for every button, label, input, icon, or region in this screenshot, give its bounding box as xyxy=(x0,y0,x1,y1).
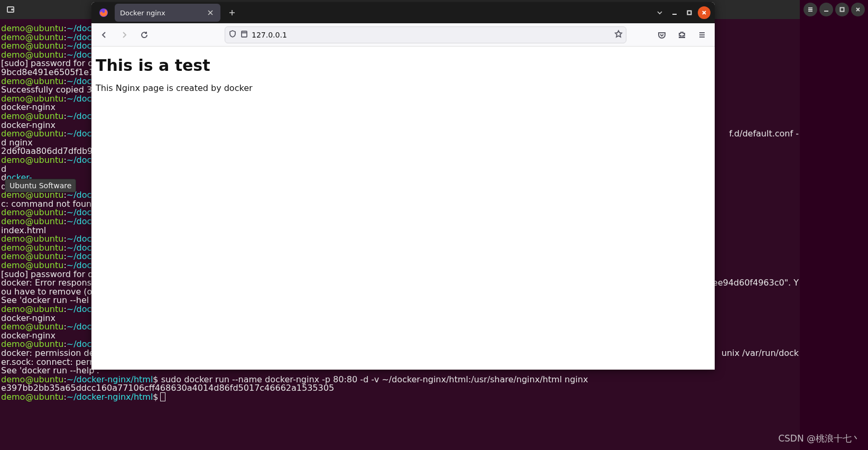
firefox-titlebar: Docker nginx xyxy=(91,2,715,23)
page-text: This Nginx page is created by docker xyxy=(96,83,710,93)
back-button[interactable] xyxy=(96,26,113,43)
firefox-window: Docker nginx 127.0.0.1 xyxy=(91,2,715,370)
tab-title: Docker nginx xyxy=(120,9,165,17)
tab-close-icon[interactable] xyxy=(206,8,215,17)
site-info-icon[interactable] xyxy=(240,30,248,40)
svg-rect-22 xyxy=(841,8,844,12)
watermark: CSDN @桃浪十七丶 xyxy=(778,433,861,445)
svg-rect-12 xyxy=(242,31,247,37)
outer-maximize-button[interactable] xyxy=(835,3,849,16)
firefox-logo-icon xyxy=(96,7,112,18)
extensions-icon[interactable] xyxy=(673,26,690,43)
shield-icon[interactable] xyxy=(228,30,237,40)
tab-list-button[interactable] xyxy=(651,4,668,21)
svg-rect-9 xyxy=(688,11,691,15)
close-button[interactable] xyxy=(698,6,710,19)
outer-menu-icon[interactable] xyxy=(804,3,817,16)
pocket-icon[interactable] xyxy=(653,26,670,43)
new-tab-button[interactable] xyxy=(224,4,241,21)
page-heading: This is a test xyxy=(96,56,710,75)
firefox-toolbar: 127.0.0.1 xyxy=(91,23,715,47)
new-terminal-tab-icon[interactable] xyxy=(3,3,18,16)
url-bar[interactable]: 127.0.0.1 xyxy=(225,26,626,43)
forward-button[interactable] xyxy=(116,26,133,43)
reload-button[interactable] xyxy=(136,26,153,43)
outer-close-button[interactable] xyxy=(851,3,865,16)
url-text: 127.0.0.1 xyxy=(252,31,611,39)
page-content: This is a test This Nginx page is create… xyxy=(91,47,715,98)
firefox-window-controls xyxy=(668,6,715,19)
minimize-button[interactable] xyxy=(668,6,681,19)
browser-tab[interactable]: Docker nginx xyxy=(115,4,220,22)
tooltip-ubuntu-software: Ubuntu Software xyxy=(5,179,76,192)
outer-minimize-button[interactable] xyxy=(819,3,833,16)
outer-window-controls xyxy=(804,1,865,18)
bookmark-star-icon[interactable] xyxy=(614,30,623,40)
svg-marker-14 xyxy=(615,31,622,37)
maximize-button[interactable] xyxy=(683,6,696,19)
app-menu-icon[interactable] xyxy=(694,26,710,43)
